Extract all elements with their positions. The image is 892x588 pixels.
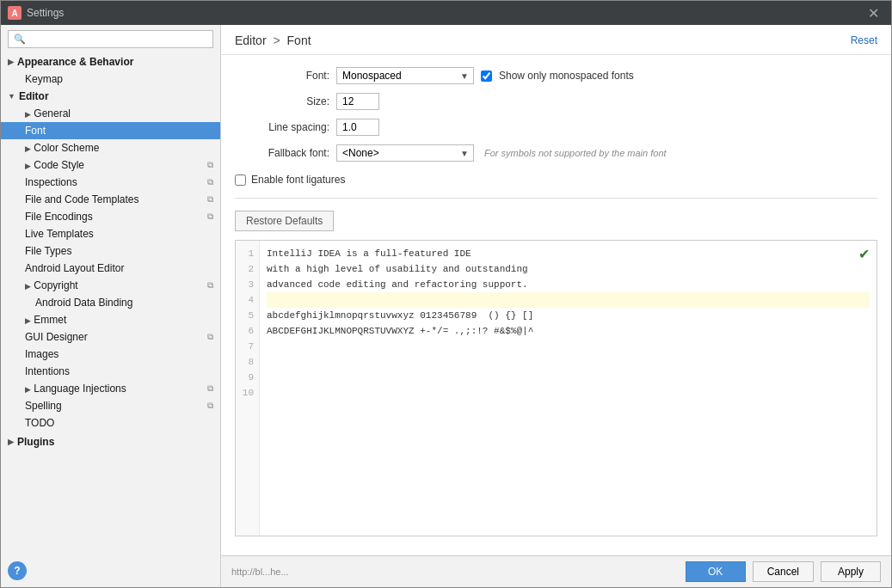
sidebar-item-label: Live Templates <box>25 228 94 240</box>
chevron-icon: ▶ <box>25 110 31 119</box>
chevron-icon: ▶ <box>25 282 31 291</box>
sidebar-item-emmet[interactable]: ▶ Emmet <box>1 311 220 328</box>
copy-icon: ⧉ <box>207 211 213 222</box>
app-icon: A <box>8 6 22 20</box>
sidebar-item-general[interactable]: ▶ General <box>1 105 220 122</box>
sidebar-item-label: Appearance & Behavior <box>17 56 133 68</box>
sidebar-item-label: Plugins <box>17 436 54 448</box>
ok-button[interactable]: OK <box>686 561 746 582</box>
code-area: IntelliJ IDEA is a full-featured IDE wit… <box>260 241 877 536</box>
restore-defaults-button[interactable]: Restore Defaults <box>235 211 334 231</box>
code-line <box>267 385 870 401</box>
sidebar-item-images[interactable]: Images <box>1 346 220 363</box>
search-box[interactable]: 🔍 <box>8 30 213 48</box>
sidebar-item-font[interactable]: Font <box>1 122 220 139</box>
sidebar-item-inspections[interactable]: Inspections ⧉ <box>1 174 220 191</box>
sidebar-item-file-types[interactable]: File Types <box>1 242 220 260</box>
line-num: 8 <box>239 354 254 370</box>
size-input[interactable] <box>336 93 379 110</box>
sidebar-item-gui-designer[interactable]: GUI Designer ⧉ <box>1 328 220 346</box>
close-button[interactable]: ✕ <box>863 3 884 23</box>
breadcrumb-root: Editor <box>235 34 267 47</box>
main-panel: Editor > Font Reset Font: Monospaced ▼ <box>221 25 891 587</box>
sidebar-item-color-scheme[interactable]: ▶ Color Scheme <box>1 139 220 156</box>
cancel-button[interactable]: Cancel <box>753 561 814 582</box>
sidebar-item-label: Language Injections <box>34 383 126 395</box>
sidebar-item-label: Emmet <box>34 314 66 326</box>
divider <box>235 198 877 199</box>
sidebar-item-file-encodings[interactable]: File Encodings ⧉ <box>1 208 220 225</box>
chevron-icon: ▶ <box>25 162 31 170</box>
line-num: 2 <box>239 261 254 277</box>
chevron-icon: ▶ <box>25 385 31 394</box>
sidebar-item-label: Copyright <box>34 279 77 291</box>
sidebar-item-copyright[interactable]: ▶ Copyright ⧉ <box>1 277 220 294</box>
sidebar-item-keymap[interactable]: Keymap <box>1 70 220 88</box>
title-bar-left: A Settings <box>8 6 64 20</box>
check-mark-icon: ✔ <box>858 246 870 262</box>
sidebar-item-label: Images <box>25 348 58 360</box>
search-icon: 🔍 <box>14 34 26 45</box>
sidebar-item-label: Color Scheme <box>34 142 99 154</box>
dialog-body: 🔍 ▶ Appearance & Behavior Keymap ▼ Edito… <box>1 25 891 587</box>
ligatures-row: Enable font ligatures <box>235 174 877 186</box>
show-monospaced-checkbox[interactable] <box>481 70 492 82</box>
code-line: ABCDEFGHIJKLMNOPQRSTUVWXYZ +-*/= .,;:!? … <box>267 323 870 339</box>
size-row: Size: <box>235 93 877 110</box>
sidebar-item-android-layout[interactable]: Android Layout Editor <box>1 260 220 277</box>
breadcrumb-leaf: Font <box>287 34 311 47</box>
font-select-wrapper: Monospaced ▼ <box>336 67 474 84</box>
sidebar-item-label: TODO <box>25 417 54 429</box>
chevron-icon: ▶ <box>25 144 31 153</box>
breadcrumb: Editor > Font <box>235 34 311 47</box>
sidebar-item-spelling[interactable]: Spelling ⧉ <box>1 397 220 414</box>
sidebar-item-editor[interactable]: ▼ Editor <box>1 88 220 105</box>
size-label: Size: <box>235 95 329 107</box>
sidebar-item-label: Spelling <box>25 400 62 412</box>
code-line: advanced code editing and refactoring su… <box>267 277 870 292</box>
fallback-select[interactable]: <None> <box>336 144 474 162</box>
line-spacing-input[interactable] <box>336 119 379 136</box>
sidebar-item-android-data-binding[interactable]: Android Data Binding <box>1 294 220 311</box>
chevron-icon: ▼ <box>8 92 15 101</box>
code-line: IntelliJ IDEA is a full-featured IDE <box>267 246 870 261</box>
apply-button[interactable]: Apply <box>821 561 881 582</box>
help-button[interactable]: ? <box>8 561 27 580</box>
code-line <box>267 354 870 370</box>
sidebar-item-file-code-templates[interactable]: File and Code Templates ⧉ <box>1 191 220 208</box>
sidebar-item-appearance[interactable]: ▶ Appearance & Behavior <box>1 53 220 70</box>
copy-icon: ⧉ <box>207 383 213 394</box>
line-num: 5 <box>239 308 254 323</box>
fallback-label: Fallback font: <box>235 147 329 159</box>
fallback-select-wrapper: <None> ▼ <box>336 144 474 162</box>
sidebar-item-code-style[interactable]: ▶ Code Style ⧉ <box>1 156 220 174</box>
sidebar-item-intentions[interactable]: Intentions <box>1 363 220 380</box>
ligatures-label: Enable font ligatures <box>251 174 345 186</box>
sidebar-item-live-templates[interactable]: Live Templates <box>1 225 220 242</box>
reset-link[interactable]: Reset <box>851 34 877 46</box>
sidebar: 🔍 ▶ Appearance & Behavior Keymap ▼ Edito… <box>1 25 221 587</box>
footer-url: http://bl...he... <box>231 567 679 577</box>
font-row: Font: Monospaced ▼ Show only monospaced … <box>235 67 877 84</box>
help-area: ? <box>1 554 220 587</box>
show-monospaced-label: Show only monospaced fonts <box>499 70 634 82</box>
sidebar-item-label: File and Code Templates <box>25 193 139 205</box>
sidebar-item-label: Font <box>25 125 46 137</box>
line-spacing-label: Line spacing: <box>235 121 329 133</box>
font-select[interactable]: Monospaced <box>336 67 474 84</box>
fallback-row: Fallback font: <None> ▼ For symbols not … <box>235 144 877 162</box>
sidebar-item-label: Android Layout Editor <box>25 262 124 274</box>
search-input[interactable] <box>29 34 207 45</box>
panel-header: Editor > Font Reset <box>221 25 891 55</box>
sidebar-item-todo[interactable]: TODO <box>1 414 220 432</box>
sidebar-item-plugins[interactable]: ▶ Plugins <box>1 433 220 450</box>
sidebar-item-lang-injections[interactable]: ▶ Language Injections ⧉ <box>1 380 220 397</box>
copy-icon: ⧉ <box>207 401 213 411</box>
line-num: 7 <box>239 339 254 354</box>
ligatures-checkbox[interactable] <box>235 175 246 186</box>
sidebar-item-label: Keymap <box>25 73 63 85</box>
dialog-footer: http://bl...he... OK Cancel Apply <box>221 555 891 587</box>
line-num: 3 <box>239 277 254 292</box>
fallback-hint: For symbols not supported by the main fo… <box>484 148 667 158</box>
sidebar-item-label: Inspections <box>25 176 77 188</box>
